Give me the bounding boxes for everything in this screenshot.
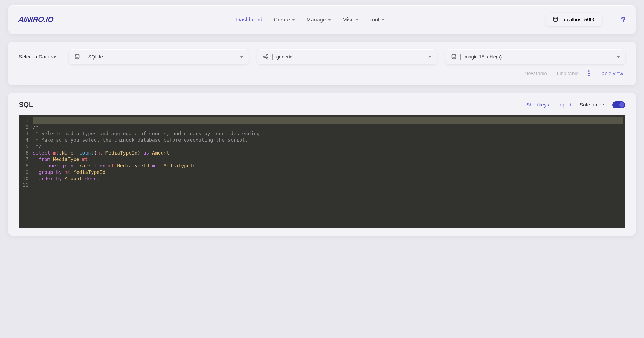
nav-dashboard-label: Dashboard	[236, 17, 262, 23]
chevron-down-icon	[292, 19, 295, 21]
db-label: Select a Database	[19, 54, 60, 60]
svg-point-1	[75, 54, 79, 56]
database-selectors: Select a Database SQLite generic magic 1…	[19, 49, 625, 64]
code-area[interactable]: /* * Selects media types and aggregate o…	[30, 115, 625, 228]
nav-dashboard[interactable]: Dashboard	[236, 17, 262, 23]
table-view-button[interactable]: Table view	[599, 71, 623, 76]
database-icon	[74, 54, 80, 60]
sql-title: SQL	[19, 101, 518, 109]
link-table-button[interactable]: Link table	[557, 71, 579, 76]
svg-point-4	[266, 58, 268, 59]
chevron-down-icon	[328, 19, 331, 21]
connection-select[interactable]: generic	[257, 49, 437, 64]
safe-mode-label: Safe mode	[580, 102, 604, 108]
nav-create[interactable]: Create	[274, 17, 295, 23]
nav-manage[interactable]: Manage	[306, 17, 331, 23]
sql-header: SQL Shortkeys Import Safe mode	[19, 101, 625, 109]
chevron-down-icon	[428, 56, 431, 58]
engine-select[interactable]: SQLite	[69, 49, 249, 64]
chevron-down-icon	[617, 56, 620, 58]
new-table-button[interactable]: New table	[524, 71, 547, 76]
main-nav: Dashboard Create Manage Misc root	[215, 17, 385, 23]
db-actions: New table Link table Table view	[19, 70, 625, 76]
engine-value: SQLite	[88, 54, 236, 60]
connection-value: generic	[276, 54, 425, 60]
separator	[84, 54, 84, 60]
nav-misc[interactable]: Misc	[342, 17, 359, 23]
sql-panel: SQL Shortkeys Import Safe mode 1 2 3 4 5…	[8, 93, 636, 236]
top-header: AINIRO.IO Dashboard Create Manage Misc r…	[8, 5, 636, 34]
database-icon	[451, 54, 457, 60]
help-button[interactable]: ?	[621, 15, 626, 24]
nav-root[interactable]: root	[370, 17, 385, 23]
chevron-down-icon	[356, 19, 359, 21]
separator	[460, 54, 461, 60]
shortkeys-link[interactable]: Shortkeys	[526, 102, 549, 108]
tables-value: magic 15 table(s)	[464, 54, 613, 60]
nav-manage-label: Manage	[306, 17, 326, 23]
connection-icon	[263, 54, 269, 60]
nav-misc-label: Misc	[342, 17, 353, 23]
chevron-down-icon	[240, 56, 243, 58]
import-link[interactable]: Import	[557, 102, 572, 108]
svg-point-0	[554, 17, 558, 19]
nav-root-label: root	[370, 17, 379, 23]
nav-create-label: Create	[274, 17, 290, 23]
host-selector[interactable]: localhost:5000	[546, 13, 602, 26]
logo: AINIRO.IO	[18, 15, 54, 24]
safe-mode-toggle[interactable]	[612, 101, 625, 108]
database-icon	[552, 17, 558, 23]
svg-point-5	[452, 54, 456, 56]
chevron-down-icon	[382, 19, 385, 21]
svg-point-2	[264, 56, 265, 58]
sql-editor[interactable]: 1 2 3 4 5 6 7 8 9 10 11 /* * Selects med…	[19, 115, 625, 228]
more-menu-button[interactable]	[588, 70, 590, 76]
host-label: localhost:5000	[563, 17, 596, 23]
tables-select[interactable]: magic 15 table(s)	[445, 49, 625, 64]
separator	[272, 54, 273, 60]
svg-point-3	[266, 55, 268, 56]
line-gutter: 1 2 3 4 5 6 7 8 9 10 11	[19, 115, 30, 228]
database-panel: Select a Database SQLite generic magic 1…	[8, 42, 636, 85]
